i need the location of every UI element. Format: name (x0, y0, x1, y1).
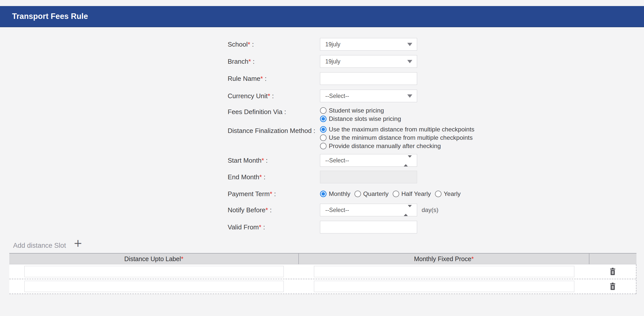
required-marker: * (265, 206, 268, 214)
distance-upto-cell (9, 266, 299, 277)
school-label: School* : (228, 41, 320, 48)
valid-from-label: Valid From* : (228, 223, 320, 231)
radio-icon[interactable] (320, 134, 327, 141)
radio-selected-icon[interactable] (320, 126, 327, 133)
branch-label: Branch* : (228, 58, 320, 65)
table-row (9, 264, 636, 279)
start-month-label: Start Month* : (228, 157, 320, 164)
fees-definition-via-radio-group: Student wise pricing Distance slots wise… (320, 107, 401, 124)
radio-option-student-wise[interactable]: Student wise pricing (320, 107, 401, 114)
monthly-fixed-price-cell (299, 266, 589, 277)
distance-upto-cell (9, 281, 299, 292)
field-row-start-month: Start Month* : --Select-- (228, 154, 474, 167)
transport-fees-form: School* : 19july Branch* : 19july Rule N… (228, 38, 474, 233)
distance-upto-input[interactable] (24, 266, 284, 277)
field-row-payment-term: Payment Term* : Monthly Quarterly Half Y… (228, 189, 474, 198)
currency-unit-select-value: --Select-- (325, 93, 349, 99)
column-header-actions (589, 254, 636, 264)
branch-select-value: 19july (325, 58, 340, 65)
required-marker: * (248, 58, 251, 65)
valid-from-input[interactable] (320, 221, 417, 233)
chevron-down-icon (407, 60, 412, 63)
field-row-fees-definition-via: Fees Definition Via : Student wise prici… (228, 107, 474, 124)
radio-option-manual-distance[interactable]: Provide distance manually after checking (320, 143, 474, 149)
required-marker: * (261, 157, 264, 164)
radio-option-maximum-distance[interactable]: Use the maximum distance from multiple c… (320, 126, 474, 133)
radio-icon[interactable] (354, 191, 361, 197)
branch-select[interactable]: 19july (320, 55, 417, 68)
row-actions-cell (589, 267, 636, 276)
start-month-select[interactable]: --Select-- (320, 154, 417, 167)
add-slot-plus-icon[interactable]: + (73, 238, 82, 248)
notify-before-select-value: --Select-- (325, 207, 349, 214)
school-select-value: 19july (325, 41, 340, 48)
radio-option-distance-slots-wise[interactable]: Distance slots wise pricing (320, 116, 401, 122)
trash-icon (609, 283, 616, 290)
spinner-updown-icon (404, 158, 412, 164)
notify-before-select[interactable]: --Select-- (320, 204, 417, 216)
column-header-monthly-fixed-price: Monthly Fixed Proce* (299, 254, 589, 264)
field-row-end-month: End Month* : (228, 171, 474, 183)
radio-icon[interactable] (393, 191, 399, 197)
delete-row-button[interactable] (608, 267, 617, 276)
page-header: Transport Fees Rule (0, 6, 644, 27)
fees-definition-via-label: Fees Definition Via : (228, 107, 320, 116)
field-row-valid-from: Valid From* : (228, 221, 474, 233)
payment-term-radio-group: Monthly Quarterly Half Yearly Yearly (320, 191, 465, 197)
required-marker: * (181, 255, 183, 263)
monthly-fixed-price-input[interactable] (314, 281, 574, 292)
currency-unit-select[interactable]: --Select-- (320, 90, 417, 102)
rule-name-input[interactable] (320, 72, 417, 85)
distance-finalization-method-radio-group: Use the maximum distance from multiple c… (320, 126, 474, 151)
table-header-row: Distance Upto Label* Monthly Fixed Proce… (9, 253, 636, 264)
required-marker: * (270, 190, 272, 198)
required-marker: * (248, 41, 250, 48)
notify-before-unit-text: day(s) (422, 206, 438, 214)
payment-term-label: Payment Term* : (228, 190, 320, 198)
field-row-school: School* : 19july (228, 38, 474, 51)
radio-selected-icon[interactable] (320, 191, 327, 197)
end-month-label: End Month* : (228, 173, 320, 181)
field-row-notify-before: Notify Before* : --Select-- day(s) (228, 204, 474, 216)
distance-upto-input[interactable] (24, 281, 284, 292)
spinner-updown-icon (404, 207, 412, 214)
radio-icon[interactable] (320, 107, 327, 114)
notify-before-label: Notify Before* : (228, 206, 320, 214)
row-actions-cell (589, 282, 636, 291)
page-title: Transport Fees Rule (12, 12, 88, 21)
column-header-distance-upto: Distance Upto Label* (9, 254, 299, 264)
required-marker: * (259, 223, 261, 231)
radio-option-quarterly[interactable]: Quarterly (354, 191, 389, 197)
required-marker: * (259, 173, 262, 181)
delete-row-button[interactable] (608, 282, 617, 291)
start-month-select-value: --Select-- (325, 157, 349, 164)
chevron-down-icon (407, 43, 412, 46)
radio-selected-icon[interactable] (320, 116, 327, 122)
field-row-distance-finalization-method: Distance Finalization Method : Use the m… (228, 126, 474, 151)
field-row-branch: Branch* : 19july (228, 55, 474, 68)
radio-option-minimum-distance[interactable]: Use the minimum distance from multiple c… (320, 134, 474, 141)
field-row-currency-unit: Currency Unit* : --Select-- (228, 90, 474, 102)
radio-option-half-yearly[interactable]: Half Yearly (393, 191, 431, 197)
trash-icon (609, 268, 616, 275)
monthly-fixed-price-input[interactable] (314, 266, 574, 277)
table-body (9, 264, 636, 294)
distance-finalization-method-label: Distance Finalization Method : (228, 126, 320, 134)
distance-slot-table: Distance Upto Label* Monthly Fixed Proce… (9, 253, 636, 294)
field-row-rule-name: Rule Name* : (228, 72, 474, 85)
radio-option-monthly[interactable]: Monthly (320, 191, 350, 197)
currency-unit-label: Currency Unit* : (228, 92, 320, 100)
rule-name-label: Rule Name* : (228, 75, 320, 82)
required-marker: * (471, 255, 474, 263)
radio-icon[interactable] (435, 191, 441, 197)
add-distance-slot-label: Add distance Slot (13, 238, 66, 250)
radio-option-yearly[interactable]: Yearly (435, 191, 461, 197)
school-select[interactable]: 19july (320, 38, 417, 51)
radio-icon[interactable] (320, 143, 327, 149)
required-marker: * (268, 92, 270, 100)
add-distance-slot: Add distance Slot + (13, 238, 82, 250)
end-month-input-disabled (320, 171, 417, 183)
table-row (9, 279, 636, 294)
chevron-down-icon (407, 94, 412, 98)
required-marker: * (260, 75, 263, 82)
